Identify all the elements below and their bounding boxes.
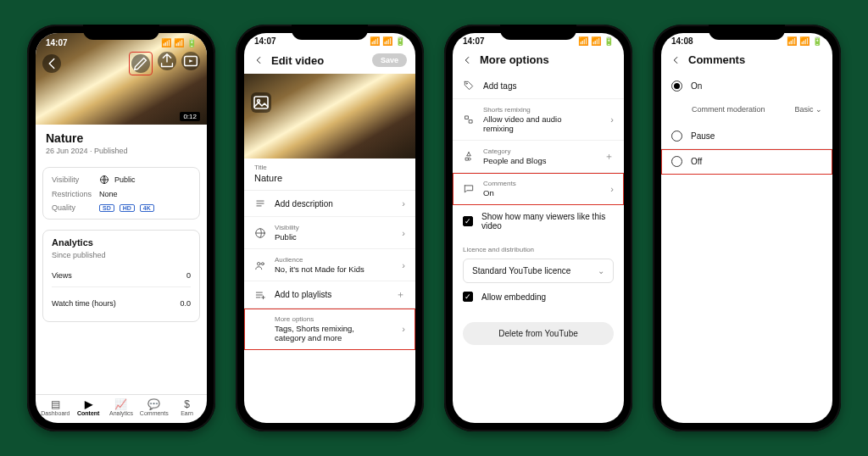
- moderation-value: Basic ⌄: [794, 105, 822, 114]
- restrictions-label: Restrictions: [52, 190, 99, 198]
- label-value: Comments On: [483, 180, 593, 197]
- moderation-label: Comment moderation: [692, 105, 765, 114]
- more-options-list: Add tags Shorts remixing Allow video and…: [453, 73, 624, 237]
- status-icons: 📶 📶 🔋: [161, 38, 197, 47]
- metric-views[interactable]: Views 0: [52, 264, 191, 287]
- status-time: 14:07: [463, 36, 485, 46]
- delete-from-youtube-button[interactable]: Delete from YouTube: [463, 322, 614, 345]
- row-add-playlists[interactable]: Add to playlists ＋: [244, 281, 415, 309]
- comments-options-list: On Comment moderation Basic ⌄ Pause Off: [661, 73, 832, 175]
- metric-watchtime[interactable]: Watch time (hours) 0.0: [52, 292, 191, 314]
- radio-button[interactable]: [671, 131, 682, 142]
- comments-icon: 💬: [137, 398, 170, 410]
- screen-more-options: 14:07 📶 📶 🔋 More options Add tags Shorts…: [453, 33, 624, 423]
- back-button[interactable]: [42, 54, 61, 73]
- chevron-left-icon: [42, 54, 61, 73]
- comment-moderation-row[interactable]: Comment moderation Basic ⌄: [661, 98, 832, 124]
- status-icons: 📶 📶 🔋: [787, 36, 822, 46]
- back-button[interactable]: [670, 54, 682, 66]
- radio-off[interactable]: Off: [661, 149, 832, 175]
- plus-icon: ＋: [393, 288, 405, 301]
- row-add-tags[interactable]: Add tags: [453, 73, 624, 99]
- signal-icon: 📶: [161, 38, 171, 47]
- notch: [83, 25, 159, 40]
- page-title: Comments: [688, 53, 745, 66]
- checkbox-show-likes[interactable]: ✓: [463, 216, 473, 226]
- svg-point-7: [466, 83, 467, 84]
- change-thumbnail-button[interactable]: [251, 92, 271, 113]
- share-button[interactable]: [158, 52, 176, 70]
- row-show-likes[interactable]: ✓ Show how many viewers like this video: [453, 205, 624, 237]
- comments-icon: [463, 183, 475, 195]
- licence-select[interactable]: Standard YouTube licence ⌄: [463, 259, 614, 283]
- chevron-left-icon: [461, 54, 473, 66]
- screen-comments-settings: 14:08 📶 📶 🔋 Comments On Comment moderati…: [661, 33, 832, 423]
- label: Add tags: [483, 81, 614, 91]
- label: Allow embedding: [481, 292, 546, 302]
- video-info-card: Visibility Public Restrictions None Qual…: [42, 167, 200, 220]
- nav-header: More options: [453, 48, 624, 73]
- radio-on[interactable]: On: [661, 73, 832, 98]
- status-time: 14:07: [254, 36, 276, 46]
- video-meta: Nature 26 Jun 2024 · Published: [36, 125, 207, 162]
- row-more-options[interactable]: More options Tags, Shorts remixing, cate…: [244, 309, 415, 350]
- licence-heading: Licence and distribution: [453, 237, 624, 259]
- video-duration: 0:12: [180, 112, 200, 121]
- quality-chip: 4K: [140, 204, 154, 212]
- chevron-right-icon: ›: [602, 184, 614, 194]
- wifi-icon: 📶: [382, 36, 392, 46]
- svg-rect-2: [254, 97, 268, 108]
- row-shorts-remixing[interactable]: Shorts remixing Allow video and audio re…: [453, 99, 624, 141]
- page-title: Edit video: [271, 54, 324, 67]
- visibility-label: Visibility: [52, 175, 99, 184]
- content-icon: ▶: [72, 398, 105, 410]
- row-allow-embedding[interactable]: ✓ Allow embedding: [453, 283, 624, 310]
- restrictions-value: None: [99, 190, 118, 198]
- metric-label: Watch time (hours): [52, 299, 116, 308]
- licence-value: Standard YouTube licence: [472, 266, 570, 275]
- battery-icon: 🔋: [604, 36, 614, 46]
- label-value: Category People and Blogs: [483, 147, 593, 165]
- radio-button[interactable]: [671, 81, 682, 92]
- earn-icon: $: [170, 398, 203, 410]
- metric-label: Views: [52, 271, 72, 280]
- back-button[interactable]: [461, 54, 473, 66]
- row-comments[interactable]: Comments On ›: [453, 173, 624, 205]
- battery-icon: 🔋: [395, 36, 405, 46]
- checkbox-allow-embedding[interactable]: ✓: [463, 292, 473, 302]
- row-visibility[interactable]: Visibility Public ›: [244, 217, 415, 249]
- video-subtitle: 26 Jun 2024 · Published: [46, 147, 197, 155]
- tab-analytics[interactable]: 📈Analytics: [105, 398, 138, 416]
- radio-pause[interactable]: Pause: [661, 124, 832, 149]
- save-button[interactable]: Save: [372, 53, 407, 67]
- dashboard-icon: ▤: [39, 398, 72, 410]
- title-field[interactable]: Title Nature: [244, 158, 415, 191]
- analytics-since: Since published: [52, 251, 191, 259]
- nav-header: Comments: [661, 48, 832, 73]
- play-rect-icon: [181, 52, 200, 70]
- hero-top-bar: [36, 52, 207, 75]
- tab-earn[interactable]: $Earn: [170, 398, 203, 416]
- radio-button[interactable]: [671, 156, 682, 167]
- edit-button[interactable]: [131, 54, 150, 73]
- metric-value: 0.0: [180, 299, 191, 308]
- open-in-app-button[interactable]: [181, 52, 200, 70]
- wifi-icon: 📶: [591, 36, 601, 46]
- tab-content[interactable]: ▶Content: [72, 398, 105, 416]
- label: Show how many viewers like this video: [481, 212, 614, 231]
- tab-dashboard[interactable]: ▤Dashboard: [39, 398, 72, 416]
- back-button[interactable]: [253, 54, 264, 66]
- label: Add to playlists: [275, 290, 385, 299]
- chevron-right-icon: ›: [393, 198, 405, 209]
- nav-header: Edit video Save: [244, 48, 415, 74]
- status-time: 14:07: [46, 38, 68, 47]
- tab-comments[interactable]: 💬Comments: [137, 398, 170, 416]
- people-icon: [254, 259, 266, 271]
- row-audience[interactable]: Audience No, it's not Made for Kids ›: [244, 249, 415, 281]
- video-hero: [244, 74, 415, 158]
- video-title: Nature: [46, 131, 197, 145]
- row-category[interactable]: Category People and Blogs ＋: [453, 141, 624, 173]
- row-add-description[interactable]: Add description ›: [244, 191, 415, 217]
- info-restrictions: Restrictions None: [52, 190, 191, 198]
- analytics-card: Analytics Since published Views 0 Watch …: [42, 230, 200, 322]
